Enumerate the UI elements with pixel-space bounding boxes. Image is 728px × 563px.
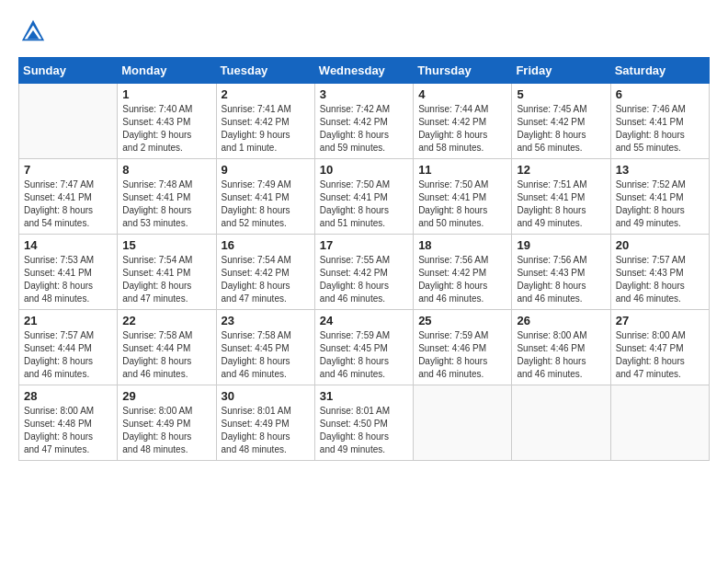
page-container: SundayMondayTuesdayWednesdayThursdayFrid… [0, 0, 728, 470]
day-info: Sunrise: 7:58 AMSunset: 4:44 PMDaylight:… [122, 329, 210, 381]
calendar-week-3: 14Sunrise: 7:53 AMSunset: 4:41 PMDayligh… [19, 235, 710, 310]
day-info: Sunrise: 7:55 AMSunset: 4:42 PMDaylight:… [320, 254, 408, 305]
calendar-cell: 11Sunrise: 7:50 AMSunset: 4:41 PMDayligh… [414, 159, 512, 235]
calendar-cell: 4Sunrise: 7:44 AMSunset: 4:42 PMDaylight… [414, 84, 512, 159]
day-info: Sunrise: 8:00 AMSunset: 4:48 PMDaylight:… [24, 405, 112, 456]
day-number: 13 [616, 163, 704, 177]
calendar-header-row: SundayMondayTuesdayWednesdayThursdayFrid… [19, 58, 710, 84]
day-info: Sunrise: 7:50 AMSunset: 4:41 PMDaylight:… [418, 178, 506, 230]
calendar-cell [414, 385, 512, 461]
calendar-header-saturday: Saturday [610, 58, 709, 84]
day-info: Sunrise: 7:46 AMSunset: 4:41 PMDaylight:… [616, 103, 704, 155]
day-number: 16 [222, 238, 310, 252]
day-info: Sunrise: 7:54 AMSunset: 4:41 PMDaylight:… [122, 254, 210, 305]
calendar-header-tuesday: Tuesday [216, 58, 314, 84]
calendar-cell: 29Sunrise: 8:00 AMSunset: 4:49 PMDayligh… [118, 385, 216, 461]
day-number: 26 [517, 314, 605, 327]
day-info: Sunrise: 7:59 AMSunset: 4:46 PMDaylight:… [418, 329, 506, 381]
day-info: Sunrise: 7:53 AMSunset: 4:41 PMDaylight:… [24, 254, 112, 305]
calendar-week-5: 28Sunrise: 8:00 AMSunset: 4:48 PMDayligh… [19, 385, 710, 461]
day-number: 22 [122, 314, 210, 327]
calendar-week-2: 7Sunrise: 7:47 AMSunset: 4:41 PMDaylight… [19, 159, 710, 235]
calendar-cell: 23Sunrise: 7:58 AMSunset: 4:45 PMDayligh… [216, 310, 314, 385]
day-info: Sunrise: 7:41 AMSunset: 4:42 PMDaylight:… [222, 103, 310, 155]
calendar-cell: 22Sunrise: 7:58 AMSunset: 4:44 PMDayligh… [118, 310, 216, 385]
day-info: Sunrise: 7:57 AMSunset: 4:43 PMDaylight:… [616, 254, 704, 305]
day-number: 12 [517, 163, 605, 177]
calendar-cell: 25Sunrise: 7:59 AMSunset: 4:46 PMDayligh… [414, 310, 512, 385]
calendar-cell: 10Sunrise: 7:50 AMSunset: 4:41 PMDayligh… [314, 159, 413, 235]
calendar-header-thursday: Thursday [414, 58, 512, 84]
calendar-cell: 7Sunrise: 7:47 AMSunset: 4:41 PMDaylight… [19, 159, 118, 235]
day-info: Sunrise: 7:51 AMSunset: 4:41 PMDaylight:… [517, 178, 605, 230]
calendar-cell: 16Sunrise: 7:54 AMSunset: 4:42 PMDayligh… [216, 235, 314, 310]
day-info: Sunrise: 8:01 AMSunset: 4:50 PMDaylight:… [320, 405, 408, 456]
calendar-cell [19, 84, 118, 159]
day-info: Sunrise: 8:00 AMSunset: 4:49 PMDaylight:… [122, 405, 210, 456]
calendar-cell: 15Sunrise: 7:54 AMSunset: 4:41 PMDayligh… [118, 235, 216, 310]
calendar-cell [512, 385, 610, 461]
calendar-cell: 21Sunrise: 7:57 AMSunset: 4:44 PMDayligh… [19, 310, 118, 385]
calendar-cell: 30Sunrise: 8:01 AMSunset: 4:49 PMDayligh… [216, 385, 314, 461]
day-number: 29 [122, 389, 210, 403]
day-info: Sunrise: 7:50 AMSunset: 4:41 PMDaylight:… [320, 178, 408, 230]
calendar-header-friday: Friday [512, 58, 610, 84]
day-info: Sunrise: 7:58 AMSunset: 4:45 PMDaylight:… [222, 329, 310, 381]
calendar-table: SundayMondayTuesdayWednesdayThursdayFrid… [18, 57, 710, 461]
day-number: 19 [517, 238, 605, 252]
day-info: Sunrise: 7:44 AMSunset: 4:42 PMDaylight:… [418, 103, 506, 155]
day-number: 25 [418, 314, 506, 327]
day-info: Sunrise: 8:01 AMSunset: 4:49 PMDaylight:… [222, 405, 310, 456]
calendar-cell: 28Sunrise: 8:00 AMSunset: 4:48 PMDayligh… [19, 385, 118, 461]
calendar-cell: 31Sunrise: 8:01 AMSunset: 4:50 PMDayligh… [314, 385, 413, 461]
day-info: Sunrise: 7:40 AMSunset: 4:43 PMDaylight:… [122, 103, 210, 155]
day-number: 18 [418, 238, 506, 252]
logo-icon [20, 18, 46, 44]
day-number: 28 [24, 389, 112, 403]
day-info: Sunrise: 7:47 AMSunset: 4:41 PMDaylight:… [24, 178, 112, 230]
calendar-cell: 1Sunrise: 7:40 AMSunset: 4:43 PMDaylight… [118, 84, 216, 159]
day-info: Sunrise: 7:52 AMSunset: 4:41 PMDaylight:… [616, 178, 704, 230]
calendar-cell: 26Sunrise: 8:00 AMSunset: 4:46 PMDayligh… [512, 310, 610, 385]
calendar-cell: 17Sunrise: 7:55 AMSunset: 4:42 PMDayligh… [314, 235, 413, 310]
day-number: 24 [320, 314, 408, 327]
day-info: Sunrise: 8:00 AMSunset: 4:47 PMDaylight:… [616, 329, 704, 381]
calendar-header-sunday: Sunday [19, 58, 118, 84]
day-number: 3 [320, 87, 408, 101]
calendar-header-wednesday: Wednesday [314, 58, 413, 84]
day-number: 10 [320, 163, 408, 177]
day-info: Sunrise: 7:54 AMSunset: 4:42 PMDaylight:… [222, 254, 310, 305]
calendar-cell: 20Sunrise: 7:57 AMSunset: 4:43 PMDayligh… [610, 235, 709, 310]
day-info: Sunrise: 7:56 AMSunset: 4:42 PMDaylight:… [418, 254, 506, 305]
day-number: 6 [616, 87, 704, 101]
day-number: 27 [616, 314, 704, 327]
day-number: 23 [222, 314, 310, 327]
day-info: Sunrise: 7:57 AMSunset: 4:44 PMDaylight:… [24, 329, 112, 381]
day-number: 8 [122, 163, 210, 177]
calendar-cell: 3Sunrise: 7:42 AMSunset: 4:42 PMDaylight… [314, 84, 413, 159]
calendar-cell: 14Sunrise: 7:53 AMSunset: 4:41 PMDayligh… [19, 235, 118, 310]
calendar-cell [610, 385, 709, 461]
calendar-cell: 12Sunrise: 7:51 AMSunset: 4:41 PMDayligh… [512, 159, 610, 235]
calendar-week-1: 1Sunrise: 7:40 AMSunset: 4:43 PMDaylight… [19, 84, 710, 159]
calendar-header-monday: Monday [118, 58, 216, 84]
day-number: 11 [418, 163, 506, 177]
day-info: Sunrise: 8:00 AMSunset: 4:46 PMDaylight:… [517, 329, 605, 381]
day-number: 14 [24, 238, 112, 252]
day-number: 1 [122, 87, 210, 101]
day-number: 15 [122, 238, 210, 252]
calendar-cell: 9Sunrise: 7:49 AMSunset: 4:41 PMDaylight… [216, 159, 314, 235]
day-number: 31 [320, 389, 408, 403]
day-number: 30 [222, 389, 310, 403]
day-info: Sunrise: 7:45 AMSunset: 4:42 PMDaylight:… [517, 103, 605, 155]
calendar-cell: 2Sunrise: 7:41 AMSunset: 4:42 PMDaylight… [216, 84, 314, 159]
calendar-cell: 27Sunrise: 8:00 AMSunset: 4:47 PMDayligh… [610, 310, 709, 385]
calendar-cell: 24Sunrise: 7:59 AMSunset: 4:45 PMDayligh… [314, 310, 413, 385]
day-info: Sunrise: 7:48 AMSunset: 4:41 PMDaylight:… [122, 178, 210, 230]
day-number: 20 [616, 238, 704, 252]
day-info: Sunrise: 7:59 AMSunset: 4:45 PMDaylight:… [320, 329, 408, 381]
day-number: 2 [222, 87, 310, 101]
day-number: 17 [320, 238, 408, 252]
calendar-week-4: 21Sunrise: 7:57 AMSunset: 4:44 PMDayligh… [19, 310, 710, 385]
calendar-cell: 19Sunrise: 7:56 AMSunset: 4:43 PMDayligh… [512, 235, 610, 310]
